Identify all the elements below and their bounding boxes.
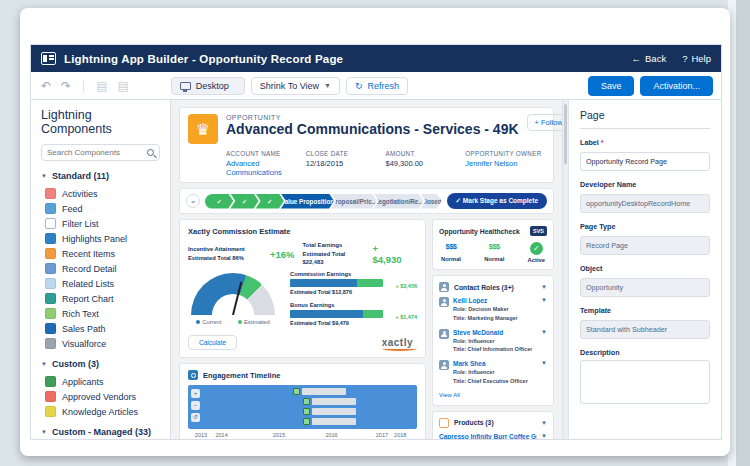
mark-stage-complete-button[interactable]: ✓ Mark Stage as Complete	[447, 193, 547, 209]
contact-row[interactable]: Steve McDonald Role: Influencer Title: C…	[439, 329, 547, 355]
event-marker[interactable]	[303, 398, 310, 405]
undo-icon[interactable]: ↶	[39, 80, 53, 92]
activation-button[interactable]: Activation...	[640, 76, 713, 96]
stage-done-3[interactable]: ✓	[256, 194, 284, 209]
account-name-link[interactable]: Advanced Communications	[226, 159, 306, 177]
field-label: AMOUNT	[386, 150, 466, 157]
timeline-band[interactable]: + − ↺	[188, 385, 417, 429]
component-activities[interactable]: Activities	[41, 186, 160, 201]
component-highlights-panel[interactable]: Highlights Panel	[41, 231, 160, 246]
component-related-lists[interactable]: Related Lists	[41, 276, 160, 291]
stage-current[interactable]: Value Proposition	[281, 194, 334, 209]
component-knowledge-articles[interactable]: Knowledge Articles	[41, 404, 160, 419]
search-input[interactable]	[47, 148, 147, 157]
redo-icon[interactable]: ↷	[59, 80, 73, 92]
triangle-icon: ▼	[41, 173, 47, 179]
filter-list-icon	[45, 218, 56, 229]
description-textarea[interactable]	[580, 360, 710, 404]
browser-frame: Lightning App Builder - Opportunity Reco…	[20, 8, 730, 456]
section-custom-managed[interactable]: ▼Custom - Managed (33)	[41, 427, 160, 437]
feed-icon	[45, 203, 56, 214]
row-caret-icon[interactable]: ▼	[541, 360, 547, 386]
row-caret-icon[interactable]: ▼	[541, 433, 547, 439]
event-marker[interactable]	[303, 418, 310, 425]
check-icon: ✓	[456, 197, 461, 204]
help-icon: ?	[682, 53, 687, 64]
xactly-title: Xactly Commission Estimate	[188, 227, 417, 236]
event-marker[interactable]	[293, 388, 300, 395]
row-caret-icon[interactable]: ▼	[541, 329, 547, 355]
section-custom[interactable]: ▼Custom (3)	[41, 359, 160, 369]
properties-title: Page	[580, 109, 710, 129]
scrollbar-thumb[interactable]	[564, 104, 567, 164]
row-caret-icon[interactable]: ▼	[541, 297, 547, 323]
component-visualforce[interactable]: Visualforce	[41, 336, 160, 351]
back-button[interactable]: ←Back	[632, 53, 667, 64]
related-lists-icon	[45, 278, 56, 289]
component-approved-vendors[interactable]: Approved Vendors	[41, 389, 160, 404]
timeline-axis: 2013 2014 2015 2016 2017 2018	[188, 432, 417, 439]
avatar	[439, 360, 449, 370]
component-filter-list[interactable]: Filter List	[41, 216, 160, 231]
component-sales-path[interactable]: Sales Path	[41, 321, 160, 336]
owner-link[interactable]: Jennifer Nelson	[465, 159, 545, 168]
highlights-panel-region[interactable]: ♛ OPPORTUNITY Advanced Communications - …	[179, 107, 554, 183]
toolbar: ↶ ↷ ▤ ▤ Desktop Shrink To View▼ ↻Refresh…	[31, 72, 721, 100]
paste-icon[interactable]: ▤	[115, 80, 130, 92]
canvas-scrollbar[interactable]	[562, 100, 569, 439]
zoom-reset-icon[interactable]: ↺	[191, 413, 200, 422]
record-detail-icon	[45, 263, 56, 274]
entity-label: OPPORTUNITY	[226, 114, 519, 121]
rich-text-icon	[45, 308, 56, 319]
save-button[interactable]: Save	[588, 76, 635, 96]
field-label: CLOSE DATE	[306, 150, 386, 157]
section-standard[interactable]: ▼Standard (11)	[41, 171, 160, 181]
calculate-button[interactable]: Calculate	[188, 335, 237, 350]
active-check-icon: ✓	[530, 242, 543, 255]
section-caret-icon[interactable]: ▼	[541, 420, 547, 426]
sales-path-icon	[45, 323, 56, 334]
refresh-button[interactable]: ↻Refresh	[346, 77, 408, 95]
developer-name-input	[580, 194, 710, 213]
timeline-icon	[188, 370, 198, 380]
contact-row[interactable]: Kelli Lopez Role: Decision Maker Title: …	[439, 297, 547, 323]
zoom-out-icon[interactable]: −	[191, 401, 200, 410]
component-feed[interactable]: Feed	[41, 201, 160, 216]
label-input[interactable]	[580, 152, 710, 171]
component-record-detail[interactable]: Record Detail	[41, 261, 160, 276]
stage-proposal[interactable]: Proposal/Pric...	[331, 194, 377, 209]
event-marker[interactable]	[303, 408, 310, 415]
component-report-chart[interactable]: Report Chart	[41, 291, 160, 306]
engagement-timeline-region: Engagement Timeline + − ↺	[179, 363, 426, 439]
section-caret-icon[interactable]: ▼	[541, 284, 547, 290]
recent-items-icon	[45, 248, 56, 259]
template-input	[580, 320, 710, 339]
page-canvas: ♛ OPPORTUNITY Advanced Communications - …	[171, 100, 562, 439]
path-collapse-button[interactable]: ⌄	[186, 194, 200, 208]
device-desktop-button[interactable]: Desktop	[171, 77, 245, 95]
components-sidebar: Lightning Components ▼Standard (11) Acti…	[31, 100, 171, 439]
component-rich-text[interactable]: Rich Text	[41, 306, 160, 321]
shrink-to-view-select[interactable]: Shrink To View▼	[251, 77, 340, 95]
view-all-link[interactable]: View All	[439, 392, 547, 398]
back-arrow-icon: ←	[632, 53, 642, 64]
help-button[interactable]: ?Help	[682, 53, 711, 64]
timeline-title: Engagement Timeline	[203, 371, 280, 380]
stage-negotiation[interactable]: Negotiation/Re...	[374, 194, 424, 209]
stage-done-1[interactable]: ✓	[205, 194, 233, 209]
zoom-in-icon[interactable]: +	[191, 389, 200, 398]
product-icon	[439, 418, 449, 428]
close-date-value: 12/18/2015	[306, 159, 386, 168]
page-properties-panel: Page Label* Developer Name Page Type Obj…	[569, 100, 721, 439]
sales-path-region: ⌄ ✓ ✓ ✓ Value Proposition Proposal/Pric.…	[179, 188, 554, 214]
contact-row[interactable]: Mark Shea Role: Influencer Title: Chief …	[439, 360, 547, 386]
component-recent-items[interactable]: Recent Items	[41, 246, 160, 261]
component-search[interactable]	[41, 144, 160, 161]
copy-icon[interactable]: ▤	[94, 80, 109, 92]
stage-closed[interactable]: Closed	[421, 194, 442, 209]
stage-done-2[interactable]: ✓	[230, 194, 258, 209]
component-applicants[interactable]: Applicants	[41, 374, 160, 389]
follow-button[interactable]: + Follow	[527, 114, 562, 131]
visualforce-icon	[45, 338, 56, 349]
product-row[interactable]: Capresso Infinity Burr Coffee Grinder Pr…	[439, 433, 547, 439]
